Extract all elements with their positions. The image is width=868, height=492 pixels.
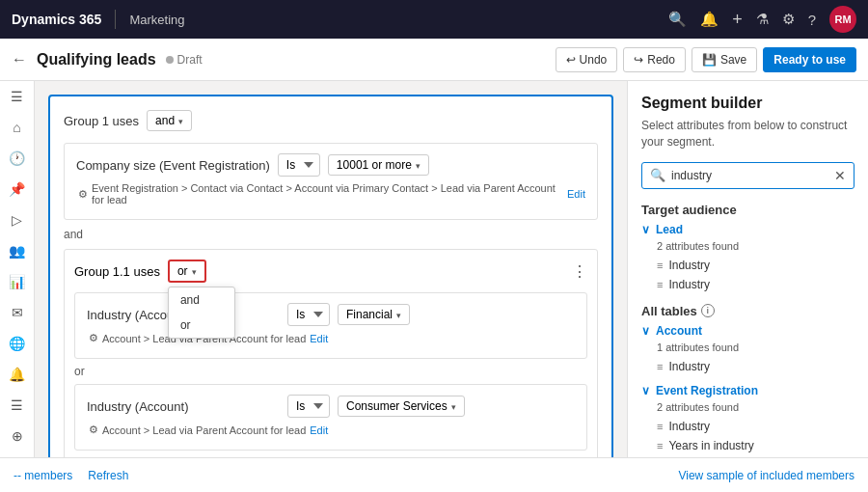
info-icon[interactable]: i	[701, 304, 715, 317]
redo-button[interactable]: ↪ Redo	[623, 47, 686, 72]
event-attr1-item[interactable]: ≡ Industry	[641, 417, 854, 436]
ready-button[interactable]: Ready to use	[763, 47, 856, 72]
subcondition1-val-dropdown[interactable]: Financial	[338, 304, 410, 325]
sidebar-alert-icon[interactable]: 🔔	[4, 367, 31, 382]
breadcrumb1-text: Event Registration > Contact via Contact…	[92, 182, 563, 205]
save-button[interactable]: 💾 Save	[692, 47, 757, 72]
condition1-val-dropdown[interactable]: 10001 or more	[328, 154, 429, 176]
event-attr1-label: Industry	[668, 420, 710, 433]
account-attr1-icon: ≡	[657, 361, 663, 372]
redo-icon: ↪	[634, 53, 643, 67]
all-tables-label: All tables	[641, 304, 697, 318]
sidebar-people-icon[interactable]: 👥	[4, 243, 31, 259]
back-button[interactable]: ←	[12, 51, 27, 68]
dropdown-or-option[interactable]: or	[169, 313, 234, 338]
group1-operator-label: and	[155, 114, 175, 127]
members-link[interactable]: -- members	[14, 469, 72, 482]
refresh-link[interactable]: Refresh	[88, 469, 128, 482]
event-reg-group: ∨ Event Registration 2 attributes found …	[641, 384, 854, 455]
bottom-bar: -- members Refresh View sample of includ…	[0, 457, 868, 492]
subgroup-operator-button[interactable]: or	[168, 260, 206, 283]
nav-divider	[115, 10, 116, 29]
lead-attr2-item[interactable]: ≡ Industry	[641, 275, 854, 294]
subgroup-more-icon[interactable]: ⋮	[572, 262, 587, 281]
sidebar-clock-icon[interactable]: 🕐	[4, 150, 31, 166]
subcondition2-row: Industry (Account) Is Consumer Services	[87, 395, 575, 418]
breadcrumb2-edit[interactable]: Edit	[310, 333, 328, 344]
subcondition1-row: Industry (Account) Is Financial	[87, 303, 575, 326]
search-input[interactable]: industry	[671, 169, 828, 182]
account-group-label[interactable]: ∨ Account	[641, 324, 854, 338]
or-label: or	[74, 365, 587, 378]
sidebar-menu-icon[interactable]: ☰	[4, 89, 31, 104]
subcondition1-op-select[interactable]: Is	[287, 303, 330, 326]
breadcrumb3-row: ⚙ Account > Lead via Parent Account for …	[89, 424, 575, 436]
sidebar-home-icon[interactable]: ⌂	[4, 120, 31, 135]
nav-icons: 🔍 🔔 + ⚗ ⚙ ? RM	[668, 6, 856, 33]
plus-icon[interactable]: +	[732, 10, 743, 30]
lead-label: Lead	[656, 223, 683, 236]
bell-icon[interactable]: 🔔	[700, 11, 719, 28]
main-layout: ☰ ⌂ 🕐 📌 ▷ 👥 📊 ✉ 🌐 🔔 ☰ ⊕ ⚙ Group 1 uses a…	[0, 81, 868, 457]
lead-attr1-item[interactable]: ≡ Industry	[641, 256, 854, 275]
subcondition2-container: Industry (Account) Is Consumer Services …	[74, 384, 587, 451]
top-navigation: Dynamics 365 Marketing 🔍 🔔 + ⚗ ⚙ ? RM	[0, 0, 868, 39]
help-icon[interactable]: ?	[808, 12, 816, 28]
sidebar-add-icon[interactable]: ⊕	[4, 428, 31, 444]
target-audience-section: Target audience ∨ Lead 2 attributes foun…	[641, 203, 854, 294]
lead-group: ∨ Lead 2 attributes found ≡ Industry ≡ I…	[641, 223, 854, 294]
condition1-op-select[interactable]: Is	[278, 153, 320, 177]
account-label: Account	[656, 324, 702, 338]
event-reg-label: Event Registration	[656, 384, 758, 397]
account-attr1-item[interactable]: ≡ Industry	[641, 357, 854, 376]
event-attr1-icon: ≡	[657, 421, 663, 432]
group1-label: Group 1 uses	[64, 114, 139, 128]
sidebar-email-icon[interactable]: ✉	[4, 305, 31, 320]
event-reg-chevron: ∨	[641, 384, 650, 397]
search-icon[interactable]: 🔍	[668, 11, 687, 28]
undo-icon: ↩	[566, 53, 576, 67]
or-dropdown-wrapper: or and or	[168, 260, 206, 283]
draft-badge: Draft	[166, 53, 203, 67]
undo-button[interactable]: ↩ Undo	[556, 47, 618, 72]
breadcrumb2-icon: ⚙	[89, 332, 98, 344]
sidebar-globe-icon[interactable]: 🌐	[4, 336, 31, 351]
subcondition2-val-dropdown[interactable]: Consumer Services	[338, 396, 465, 417]
lead-chevron: ∨	[641, 223, 650, 236]
all-tables-title: All tables i	[641, 304, 854, 318]
lead-group-label[interactable]: ∨ Lead	[641, 223, 854, 236]
draft-label: Draft	[177, 53, 203, 67]
sidebar-chart-icon[interactable]: 📊	[4, 274, 31, 289]
subcondition2-op-select[interactable]: Is	[287, 395, 330, 418]
center-content: Group 1 uses and Company size (Event Reg…	[35, 81, 627, 457]
sidebar-list-icon[interactable]: ☰	[4, 397, 31, 413]
subgroup-card: Group 1.1 uses or and or ⋮	[64, 249, 598, 457]
breadcrumb3-edit[interactable]: Edit	[310, 424, 328, 436]
condition1-val-chevron	[416, 158, 420, 172]
draft-dot	[166, 56, 174, 64]
subcondition2-label: Industry (Account)	[87, 399, 280, 414]
filter-icon[interactable]: ⚗	[756, 11, 769, 28]
condition1-val-label: 10001 or more	[337, 158, 412, 172]
breadcrumb3-text: Account > Lead via Parent Account for le…	[102, 424, 306, 436]
sidebar-pin-icon[interactable]: 📌	[4, 181, 31, 197]
condition1-label: Company size (Event Registration)	[76, 158, 270, 173]
event-reg-group-label[interactable]: ∨ Event Registration	[641, 384, 854, 397]
avatar[interactable]: RM	[829, 6, 856, 33]
subgroup-label: Group 1.1 uses	[74, 264, 160, 279]
all-tables-section: All tables i ∨ Account 1 attributes foun…	[641, 304, 854, 457]
breadcrumb1-edit[interactable]: Edit	[567, 188, 585, 200]
sidebar-play-icon[interactable]: ▷	[4, 212, 31, 228]
event-attr2-icon: ≡	[657, 440, 663, 451]
attr2-icon: ≡	[657, 279, 663, 290]
event-attr2-item[interactable]: ≡ Years in industry	[641, 436, 854, 455]
breadcrumb3-icon: ⚙	[89, 424, 98, 436]
subgroup-operator-label: or	[177, 264, 188, 278]
clear-search-icon[interactable]: ✕	[834, 168, 846, 183]
group1-operator-dropdown[interactable]: and	[147, 110, 192, 131]
view-sample-link[interactable]: View sample of included members	[678, 469, 854, 482]
subcondition1-val-label: Financial	[346, 308, 393, 321]
settings-icon[interactable]: ⚙	[782, 11, 795, 28]
panel-subtitle: Select attributes from below to construc…	[641, 118, 854, 150]
dropdown-and-option[interactable]: and	[169, 287, 234, 313]
